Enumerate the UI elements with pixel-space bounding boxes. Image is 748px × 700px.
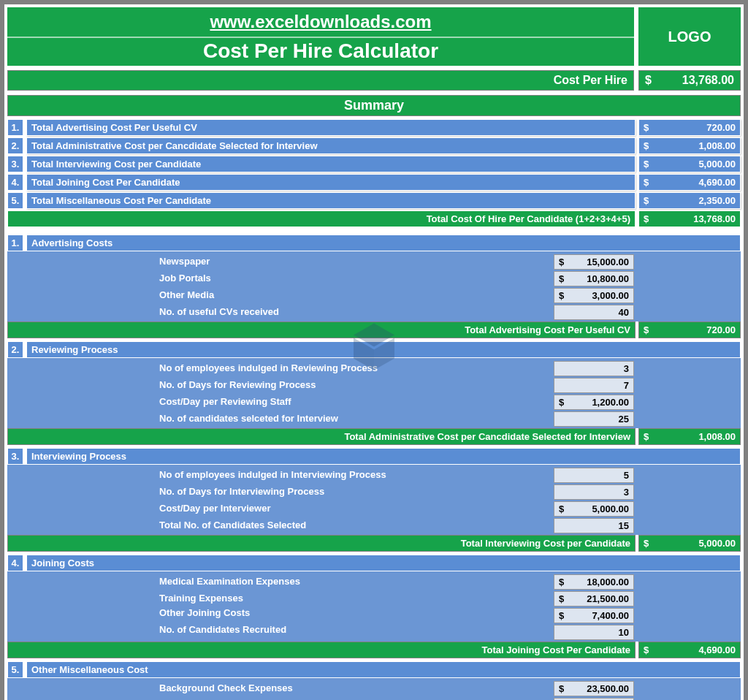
summary-item-number: 5. (7, 192, 23, 209)
page-title: Cost Per Hire Calculator (7, 37, 634, 63)
section-title: Reviewing Process (26, 341, 741, 358)
summary-line: 4.Total Joining Cost Per Candidate$4,690… (7, 174, 741, 191)
item-row: Other Joining Costs$7,400.00 (7, 607, 741, 623)
item-label: No of employees indulged in Interviewing… (155, 468, 551, 483)
item-row: No. of Candidates Recruited10 (7, 624, 741, 640)
section-number: 1. (7, 235, 23, 251)
header-main: www.exceldownloads.com Cost Per Hire Cal… (7, 7, 634, 66)
section-title: Joining Costs (26, 555, 741, 571)
item-row: Other Media$3,000.00 (7, 287, 741, 303)
summary-item-value: $720.00 (638, 119, 741, 136)
item-label: No. of candidates selceted for Interview (155, 411, 551, 427)
section-total-label: Total Interviewing Cost per Candidate (7, 535, 636, 552)
item-row: No. of candidates selceted for Interview… (7, 411, 741, 427)
item-value-cell[interactable]: $10,800.00 (554, 271, 634, 286)
section-total: Total Administrative Cost per Cancdidate… (7, 428, 741, 445)
section-total-label: Total Joining Cost Per Candidate (7, 642, 636, 658)
summary-item-number: 3. (7, 156, 23, 172)
section-number: 3. (7, 448, 23, 465)
summary-item-number: 1. (7, 119, 23, 136)
item-row: Cost/Day per Reviewing Staff$1,200.00 (7, 394, 741, 410)
item-value-cell[interactable]: $7,400.00 (554, 608, 634, 623)
item-row: No. of Days for Interviewing Process3 (7, 484, 741, 500)
section: 3.Interviewing ProcessNo of employees in… (7, 448, 741, 552)
item-value-cell[interactable]: 3 (554, 361, 634, 376)
item-row: Newspaper$15,000.00 (7, 254, 741, 270)
item-value-cell[interactable]: $3,000.00 (554, 288, 634, 303)
item-row: Cost/Day per Interviewer$5,000.00 (7, 501, 741, 517)
item-value-cell[interactable]: $21,500.00 (554, 591, 634, 606)
item-value-cell[interactable]: $18,000.00 (554, 574, 634, 590)
section-header: 1.Advertising Costs (7, 235, 741, 251)
section-number: 5. (7, 661, 23, 678)
item-label: Medical Examination Expenses (155, 574, 551, 590)
summary-total: Total Cost Of Hire Per Candidate (1+2+3+… (7, 210, 741, 227)
item-value-cell[interactable]: 25 (554, 411, 634, 427)
summary-item-value: $1,008.00 (638, 137, 741, 154)
section: 4.Joining CostsMedical Examination Expen… (7, 555, 741, 658)
section-body: Background Check Expenses$23,500.00Other… (7, 678, 741, 700)
item-value-cell[interactable]: 15 (554, 518, 634, 533)
section-header: 3.Interviewing Process (7, 448, 741, 465)
item-label: No. of Days for Reviewing Process (155, 378, 551, 393)
item-label: No of employees indulged in Reviewing Pr… (155, 361, 551, 376)
section-total-value: $720.00 (638, 322, 741, 338)
item-value-cell[interactable]: 7 (554, 378, 634, 393)
logo-placeholder: LOGO (638, 7, 741, 66)
section-header: 2.Reviewing Process (7, 341, 741, 358)
summary-item-value: $5,000.00 (638, 156, 741, 172)
summary-item-number: 2. (7, 137, 23, 154)
cost-per-hire-label: Cost Per Hire (7, 70, 634, 91)
summary-item-value: $4,690.00 (638, 174, 741, 191)
section-title: Interviewing Process (26, 448, 741, 465)
summary-item-label: Total Administrative Cost per Cancdidate… (26, 137, 636, 154)
item-value-cell[interactable]: $5,000.00 (554, 501, 634, 517)
section-total-label: Total Advertising Cost Per Useful CV (7, 322, 636, 338)
item-row: Others0 (7, 697, 741, 700)
section-total-label: Total Administrative Cost per Cancdidate… (7, 428, 636, 445)
section-body: Newspaper$15,000.00Job Portals$10,800.00… (7, 251, 741, 322)
item-value-cell[interactable]: $1,200.00 (554, 395, 634, 410)
item-value-cell[interactable]: $23,500.00 (554, 681, 634, 696)
section-number: 2. (7, 341, 23, 358)
document-frame: www.exceldownloads.com Cost Per Hire Cal… (0, 0, 748, 700)
section-total-value: $1,008.00 (638, 428, 741, 445)
item-row: Total No. of Candidates Selected15 (7, 517, 741, 533)
item-label: Cost/Day per Reviewing Staff (155, 395, 551, 410)
item-row: Training Expenses$21,500.00 (7, 590, 741, 606)
item-label: Job Portals (155, 271, 551, 286)
summary-line: 3.Total Interviewing Cost per Candidate$… (7, 156, 741, 172)
item-row: Job Portals$10,800.00 (7, 270, 741, 286)
item-label: No. of Days for Interviewing Process (155, 484, 551, 500)
item-row: No. of Days for Reviewing Process7 (7, 377, 741, 393)
item-row: No of employees indulged in Interviewing… (7, 467, 741, 483)
item-value-cell[interactable]: 40 (554, 305, 634, 320)
summary-line: 2.Total Administrative Cost per Cancdida… (7, 137, 741, 154)
summary-item-label: Total Advertising Cost Per Useful CV (26, 119, 636, 136)
summary-item-label: Total Joining Cost Per Candidate (26, 174, 636, 191)
section: 1.Advertising CostsNewspaper$15,000.00Jo… (7, 235, 741, 338)
section-header: 4.Joining Costs (7, 555, 741, 571)
section-total-value: $4,690.00 (638, 642, 741, 658)
item-label: Training Expenses (155, 591, 551, 606)
item-row: Medical Examination Expenses$18,000.00 (7, 574, 741, 590)
summary-item-number: 4. (7, 174, 23, 191)
item-label: Other Joining Costs (155, 608, 551, 623)
item-label: Background Check Expenses (155, 681, 551, 696)
section-body: Medical Examination Expenses$18,000.00Tr… (7, 571, 741, 642)
item-row: Background Check Expenses$23,500.00 (7, 680, 741, 696)
site-link[interactable]: www.exceldownloads.com (7, 12, 634, 34)
section-total: Total Advertising Cost Per Useful CV$720… (7, 322, 741, 338)
summary-item-label: Total Interviewing Cost per Candidate (26, 156, 636, 172)
section-total: Total Interviewing Cost per Candidate$5,… (7, 535, 741, 552)
item-value-cell[interactable]: 10 (554, 625, 634, 640)
summary-item-value: $2,350.00 (638, 192, 741, 209)
item-value-cell[interactable]: 5 (554, 468, 634, 483)
item-value-cell[interactable]: $15,000.00 (554, 254, 634, 270)
item-label: Cost/Day per Interviewer (155, 501, 551, 517)
item-label: Total No. of Candidates Selected (155, 518, 551, 533)
section: 2.Reviewing ProcessNo of employees indul… (7, 341, 741, 445)
section: 5.Other Miscellaneous CostBackground Che… (7, 661, 741, 700)
section-total: Total Joining Cost Per Candidate$4,690.0… (7, 642, 741, 658)
item-value-cell[interactable]: 3 (554, 484, 634, 500)
